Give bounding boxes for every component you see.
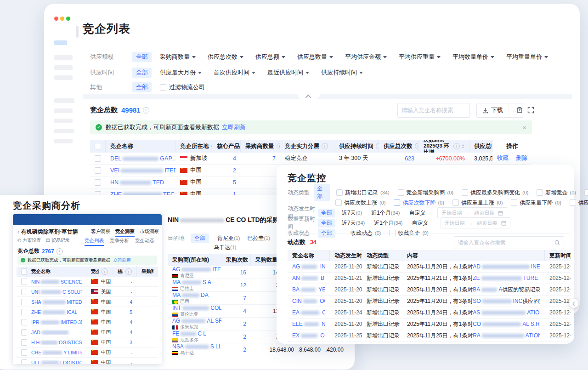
checkbox[interactable] [95, 167, 101, 174]
mini-action-0[interactable]: ◎ 方案设置 [17, 237, 41, 244]
sidebar-skeleton-item[interactable] [54, 119, 73, 123]
filter-dropdown[interactable]: 平均重量单价 [506, 53, 548, 61]
custom-range-option[interactable]: 自定义 [412, 219, 429, 227]
checkbox[interactable] [537, 189, 543, 196]
purchase-times-link[interactable]: 7 [243, 295, 246, 302]
sidebar-skeleton-item[interactable] [54, 55, 73, 60]
purchaser-name-link[interactable]: AGITED [172, 266, 221, 273]
delete-button[interactable]: 删除 [516, 154, 527, 162]
core-product-link[interactable]: 4 [130, 299, 132, 305]
monitor-row[interactable]: BA YER ...2025-11-20新增出口记录2025年11月20日，有1… [288, 284, 571, 296]
checkbox[interactable] [462, 189, 468, 196]
monitor-row[interactable]: AG INT...2025-11-20新增出口记录2025年11月20日，有1条… [288, 261, 571, 273]
mini-competitor-row[interactable]: UNIC SOLUTI...美国- [17, 287, 158, 297]
purchase-times-link[interactable]: 12 [240, 282, 246, 289]
checkbox[interactable] [398, 189, 404, 196]
mini-competitor-row[interactable]: H HOGISTICS C...中国3 [17, 337, 158, 347]
competitor-name-link[interactable]: UNIC SOLUTI... [31, 289, 82, 295]
competitor-name-link[interactable]: ELE NDU... [292, 321, 325, 327]
panel-collapse-handle[interactable]: ❮ [569, 299, 578, 308]
time-range-option[interactable]: 近7天(34) [342, 219, 365, 227]
monitor-type-checkbox[interactable]: 新增出口记录(34) [336, 189, 390, 197]
checkbox[interactable] [95, 143, 101, 149]
mini-refresh-link[interactable]: 立即刷新 [113, 257, 131, 263]
filter-dropdown[interactable]: 平均数量单价 [452, 53, 494, 61]
mini-tab-1[interactable]: 竞企洞察 [115, 228, 135, 237]
competitor-name-link[interactable]: EA O [292, 309, 325, 316]
destination-option[interactable]: 肯尼亚(1) [217, 234, 240, 242]
purchaser-name-link[interactable]: FEC L [172, 330, 206, 337]
filter-all-chip[interactable]: 全部 [318, 209, 335, 217]
destination-option[interactable]: 乌干达(1) [214, 244, 236, 251]
monitor-row[interactable]: EX CO...2025-11-25新增出口记录2025年11月25日，有1条对… [288, 330, 571, 342]
company-search-input[interactable] [398, 107, 479, 114]
mini-breadcrumb[interactable]: ‹ 有机磷类除草剂-草甘膦 [17, 228, 78, 236]
checkbox[interactable] [21, 319, 27, 325]
purchase-times-link[interactable]: 2 [243, 321, 246, 327]
filter-dropdown[interactable]: 供应总数量 [297, 53, 333, 61]
competitor-name-link[interactable]: DELGAP... [110, 155, 175, 162]
filter-dropdown[interactable]: 平均供应重量 [399, 53, 441, 61]
core-product-link[interactable]: 4 [130, 319, 132, 325]
mini-competitor-row[interactable]: ZHEICAL中国5 [17, 307, 158, 317]
collapse-filters-button[interactable] [298, 94, 320, 99]
core-product-link[interactable]: 2 [233, 167, 236, 174]
competitor-name-link[interactable]: ULTLOGISTICS ... [31, 360, 82, 364]
sidebar-skeleton-item[interactable] [54, 75, 73, 80]
sidebar-skeleton-item[interactable] [54, 129, 74, 133]
filter-dropdown[interactable]: 采购商数量 [160, 53, 196, 61]
competitor-name-link[interactable]: JAD [31, 330, 70, 335]
monitor-row[interactable]: EA O2025-11-24新增出口记录2025年11月24日，有1条对ASAT… [288, 307, 571, 319]
mini-subtab-0[interactable]: 竞企列表 [85, 238, 104, 246]
filter-dropdown[interactable]: 供应持续时间 [321, 68, 363, 77]
minimize-window-button[interactable] [60, 17, 64, 21]
monitor-type-checkbox[interactable]: 收藏动态(0) [342, 229, 381, 237]
sidebar-scrollbar[interactable] [76, 26, 79, 38]
favorite-button[interactable]: 收藏 [497, 154, 509, 162]
competitor-name-link[interactable]: BA YER ... [292, 286, 325, 293]
mini-subtab-1[interactable]: 竞争分析 [110, 238, 129, 246]
custom-range-option[interactable]: 自定义 [409, 209, 425, 217]
competitor-name-link[interactable]: AG INT... [292, 263, 325, 270]
checkbox[interactable] [336, 189, 343, 196]
back-chevron-icon[interactable]: ‹ [17, 229, 19, 235]
monitor-search-input[interactable] [454, 240, 554, 245]
mini-competitor-row[interactable]: SHAMITED中国4 [17, 297, 158, 307]
date-range-input[interactable]: 开始日期→结束日期 [441, 217, 510, 228]
competitor-name-link[interactable]: ZHEICAL [31, 309, 77, 315]
monitor-type-checkbox[interactable]: 供应重量上涨(0) [452, 199, 503, 207]
mini-subtab-2[interactable]: 竞企动态 [135, 238, 154, 246]
purchaser-row[interactable]: NSAS LI... 乌干达218,648.0018,648.0061,420.… [168, 343, 348, 356]
monitor-row[interactable]: ELE NDU...2025-11-20新增出口记录2025年11月20日，有1… [288, 319, 571, 330]
competitor-name-link[interactable]: HNTED [110, 179, 164, 186]
filter-dropdown[interactable]: 最近供应时间 [267, 68, 309, 77]
monitor-row[interactable]: CIN OGIS...2025-11-20新增出口记录2025年11月20日，有… [288, 296, 571, 307]
mini-tab-0[interactable]: 客户洞察 [91, 228, 110, 237]
checkbox[interactable] [21, 339, 27, 346]
time-range-option[interactable]: 近1个月(34) [371, 209, 400, 217]
core-product-link[interactable]: 4 [233, 155, 236, 162]
checkbox[interactable] [95, 155, 101, 162]
filter-all-chip[interactable]: 全部 [191, 233, 209, 243]
mini-competitor-row[interactable]: ULTLOGISTICS ...中国- [17, 358, 158, 364]
checkbox[interactable] [452, 199, 459, 206]
zoom-window-button[interactable] [66, 17, 70, 21]
monitor-type-checkbox[interactable]: 收藏竞企(0) [389, 229, 428, 237]
checkbox[interactable] [95, 179, 101, 186]
competitor-name-link[interactable]: SHAMITED [31, 299, 82, 305]
monitor-type-checkbox[interactable]: 供应最多采购商变化(0) [462, 189, 528, 197]
purchase-times-link[interactable]: 2 [243, 334, 246, 340]
core-product-link[interactable]: 5 [130, 309, 132, 315]
date-range-input[interactable]: 开始日期→结束日期 [437, 207, 507, 218]
sidebar-skeleton-item[interactable] [54, 65, 73, 70]
checkbox[interactable] [584, 189, 588, 196]
supply-times-link[interactable]: 623 [405, 155, 414, 162]
purchaser-name-link[interactable]: NSAS LI... [172, 343, 221, 350]
purchase-times-link[interactable]: 16 [240, 269, 246, 276]
checkbox[interactable] [21, 299, 27, 305]
checkbox[interactable] [160, 84, 166, 91]
filter-all-chip[interactable]: 全部 [132, 52, 152, 62]
monitor-row[interactable]: AN BIO...2025-11-21新增出口记录2025年11月21日，有1条… [288, 273, 571, 284]
mini-competitor-row[interactable]: IPRIMITED 35...中国4 [17, 317, 158, 327]
monitor-type-checkbox[interactable]: 供应次数上涨(0) [335, 199, 385, 207]
